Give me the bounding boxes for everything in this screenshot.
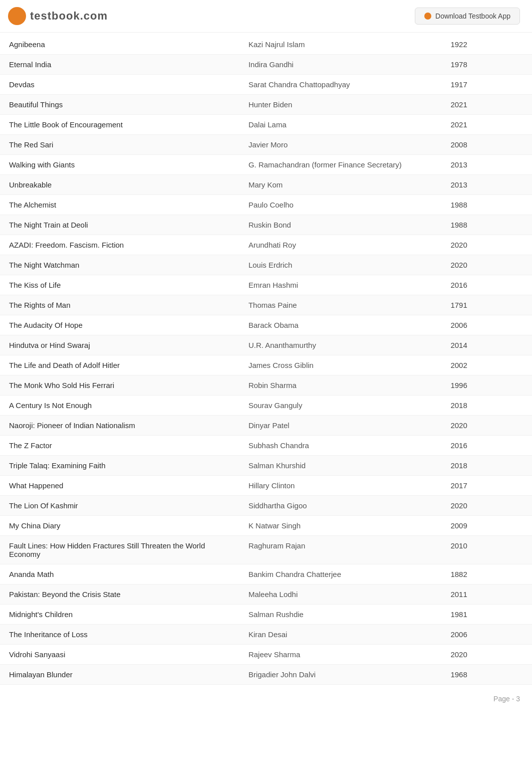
app-icon <box>424 13 431 20</box>
table-row: The Night Train at DeoliRuskin Bond1988 <box>0 215 532 235</box>
book-year: 1978 <box>441 55 532 75</box>
book-title: A Century Is Not Enough <box>0 396 239 416</box>
book-author: Barack Obama <box>239 315 442 335</box>
download-button[interactable]: Download Testbook App <box>415 8 520 25</box>
book-author: Brigadier John Dalvi <box>239 665 442 685</box>
book-title: AZADI: Freedom. Fascism. Fiction <box>0 235 239 255</box>
table-row: Fault Lines: How Hidden Fractures Still … <box>0 536 532 564</box>
book-author: Dinyar Patel <box>239 416 442 436</box>
book-author: Raghuram Rajan <box>239 536 442 564</box>
book-author: Ruskin Bond <box>239 215 442 235</box>
table-row: AZADI: Freedom. Fascism. FictionArundhat… <box>0 235 532 255</box>
book-author: Siddhartha Gigoo <box>239 496 442 516</box>
book-year: 1988 <box>441 195 532 215</box>
book-title: The Rights of Man <box>0 295 239 315</box>
book-year: 2013 <box>441 155 532 175</box>
book-year: 2020 <box>441 645 532 665</box>
table-row: The Kiss of LifeEmran Hashmi2016 <box>0 275 532 295</box>
book-author: Thomas Paine <box>239 295 442 315</box>
book-author: U.R. Ananthamurthy <box>239 335 442 355</box>
book-year: 2006 <box>441 315 532 335</box>
book-title: The Night Watchman <box>0 255 239 275</box>
table-row: Walking with GiantsG. Ramachandran (form… <box>0 155 532 175</box>
book-year: 1996 <box>441 375 532 396</box>
table-row: A Century Is Not EnoughSourav Ganguly201… <box>0 396 532 416</box>
book-title: Unbreakable <box>0 175 239 195</box>
book-year: 2016 <box>441 436 532 456</box>
book-title: Fault Lines: How Hidden Fractures Still … <box>0 536 239 564</box>
logo-icon <box>8 7 26 25</box>
book-title: The Monk Who Sold His Ferrari <box>0 375 239 396</box>
book-author: Robin Sharma <box>239 375 442 396</box>
table-row: The Inheritance of LossKiran Desai2006 <box>0 625 532 645</box>
table-row: The Little Book of EncouragementDalai La… <box>0 115 532 135</box>
book-title: Midnight's Children <box>0 605 239 625</box>
book-year: 2021 <box>441 95 532 115</box>
book-title: The Little Book of Encouragement <box>0 115 239 135</box>
table-row: The Red SariJavier Moro2008 <box>0 135 532 155</box>
book-title: The Kiss of Life <box>0 275 239 295</box>
book-title: The Life and Death of Adolf Hitler <box>0 355 239 375</box>
book-author: Emran Hashmi <box>239 275 442 295</box>
book-author: Sarat Chandra Chattopadhyay <box>239 75 442 95</box>
table-row: UnbreakableMary Kom2013 <box>0 175 532 195</box>
table-row: The Rights of ManThomas Paine1791 <box>0 295 532 315</box>
book-author: Bankim Chandra Chatterjee <box>239 564 442 584</box>
table-row: Beautiful ThingsHunter Biden2021 <box>0 95 532 115</box>
book-year: 2011 <box>441 584 532 605</box>
table-row: The Audacity Of HopeBarack Obama2006 <box>0 315 532 335</box>
book-title: Eternal India <box>0 55 239 75</box>
book-author: Hunter Biden <box>239 95 442 115</box>
table-row: Himalayan BlunderBrigadier John Dalvi196… <box>0 665 532 685</box>
book-year: 2006 <box>441 625 532 645</box>
book-year: 1917 <box>441 75 532 95</box>
book-title: Beautiful Things <box>0 95 239 115</box>
table-row: Vidrohi SanyaasiRajeev Sharma2020 <box>0 645 532 665</box>
book-author: Subhash Chandra <box>239 436 442 456</box>
book-author: Javier Moro <box>239 135 442 155</box>
book-author: Indira Gandhi <box>239 55 442 75</box>
book-table: AgnibeenaKazi Najrul Islam1922Eternal In… <box>0 35 532 685</box>
book-title: Naoroji: Pioneer of Indian Nationalism <box>0 416 239 436</box>
book-author: Louis Erdrich <box>239 255 442 275</box>
table-row: DevdasSarat Chandra Chattopadhyay1917 <box>0 75 532 95</box>
book-author: Salman Khurshid <box>239 456 442 476</box>
book-author: James Cross Giblin <box>239 355 442 375</box>
book-author: Paulo Coelho <box>239 195 442 215</box>
book-title: Ananda Math <box>0 564 239 584</box>
book-title: What Happened <box>0 476 239 496</box>
book-title: Walking with Giants <box>0 155 239 175</box>
book-year: 1968 <box>441 665 532 685</box>
table-row: Triple Talaq: Examining FaithSalman Khur… <box>0 456 532 476</box>
book-author: Dalai Lama <box>239 115 442 135</box>
book-author: Sourav Ganguly <box>239 396 442 416</box>
book-author: Arundhati Roy <box>239 235 442 255</box>
book-year: 2020 <box>441 255 532 275</box>
book-title: Triple Talaq: Examining Faith <box>0 456 239 476</box>
book-title: My China Diary <box>0 516 239 536</box>
book-title: Agnibeena <box>0 35 239 55</box>
book-title: The Audacity Of Hope <box>0 315 239 335</box>
table-row: The Z FactorSubhash Chandra2016 <box>0 436 532 456</box>
book-title: Hindutva or Hind Swaraj <box>0 335 239 355</box>
book-year: 2021 <box>441 115 532 135</box>
page-number: Page - 3 <box>493 695 520 703</box>
book-year: 2016 <box>441 275 532 295</box>
page-footer: Page - 3 <box>0 685 532 713</box>
book-title: The Inheritance of Loss <box>0 625 239 645</box>
book-year: 2020 <box>441 416 532 436</box>
table-row: The Lion Of KashmirSiddhartha Gigoo2020 <box>0 496 532 516</box>
book-title: The Alchemist <box>0 195 239 215</box>
book-title: The Lion Of Kashmir <box>0 496 239 516</box>
book-title: Devdas <box>0 75 239 95</box>
book-year: 2009 <box>441 516 532 536</box>
book-title: Vidrohi Sanyaasi <box>0 645 239 665</box>
table-row: The AlchemistPaulo Coelho1988 <box>0 195 532 215</box>
table-row: What HappenedHillary Clinton2017 <box>0 476 532 496</box>
book-author: Mary Kom <box>239 175 442 195</box>
book-title: Himalayan Blunder <box>0 665 239 685</box>
book-year: 2020 <box>441 235 532 255</box>
book-author: Kiran Desai <box>239 625 442 645</box>
table-row: Eternal IndiaIndira Gandhi1978 <box>0 55 532 75</box>
book-year: 2008 <box>441 135 532 155</box>
